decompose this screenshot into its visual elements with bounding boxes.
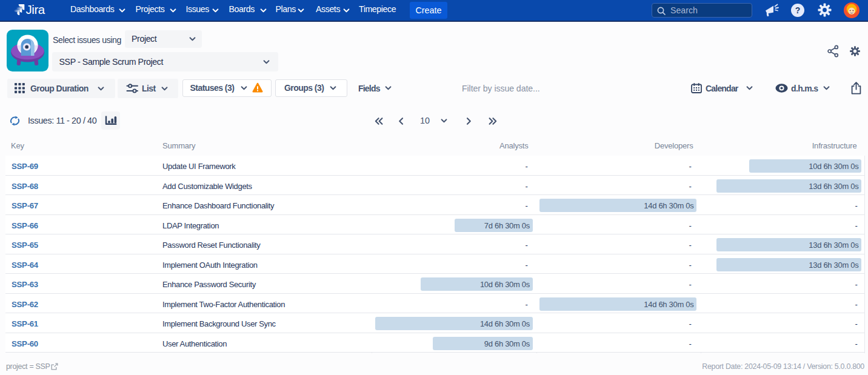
svg-text:?: ? — [795, 5, 801, 15]
